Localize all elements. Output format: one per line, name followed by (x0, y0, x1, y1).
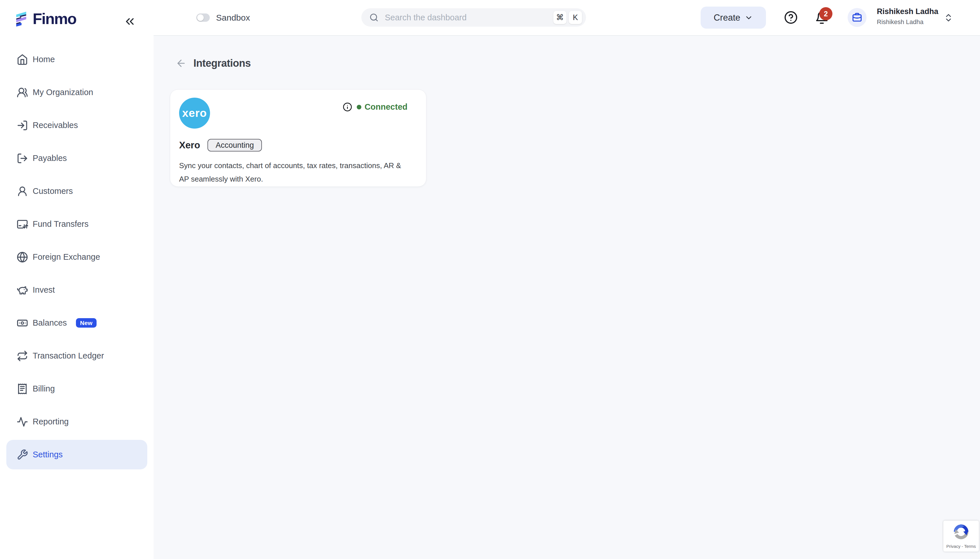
user-subtitle: Rishikesh Ladha (877, 18, 939, 26)
search-icon (369, 13, 378, 22)
k-keycap: K (569, 11, 582, 24)
sidebar-item-receivables[interactable]: Receivables (6, 111, 147, 140)
users-icon (17, 87, 28, 98)
sidebar-item-label: Balances (33, 318, 67, 327)
sidebar-item-label: Reporting (33, 417, 69, 427)
sidebar-item-settings[interactable]: Settings (6, 440, 147, 470)
sidebar-item-label: Invest (33, 285, 55, 295)
chevrons-up-down-icon (944, 10, 953, 25)
sidebar: Finmo Home My Organization Receivables P… (0, 0, 154, 559)
sidebar-item-reporting[interactable]: Reporting (6, 407, 147, 437)
wrench-icon (17, 449, 28, 460)
finmo-logo[interactable]: Finmo (15, 10, 76, 28)
sidebar-item-label: My Organization (33, 88, 93, 97)
xero-logo: xero (179, 98, 210, 129)
integration-status: Connected (343, 102, 408, 112)
chevron-down-icon (745, 13, 753, 22)
xero-integration-card[interactable]: xero Connected Xero Accounting Sync your… (170, 89, 426, 187)
receipt-icon (17, 383, 28, 395)
briefcase-icon (852, 12, 862, 23)
sandbox-toggle-group: Sandbox (196, 0, 250, 35)
search-bar: ⌘ K (361, 8, 586, 26)
integration-description: Sync your contacts, chart of accounts, t… (179, 159, 403, 186)
recaptcha-swirl-icon (952, 523, 970, 541)
repeat-icon (17, 350, 28, 362)
sidebar-item-customers[interactable]: Customers (6, 176, 147, 206)
sidebar-item-label: Customers (33, 187, 73, 196)
arrow-left-icon (176, 58, 187, 69)
user-menu-expander[interactable] (944, 10, 953, 25)
sidebar-item-label: Fund Transfers (33, 219, 88, 229)
brand-name: Finmo (33, 10, 76, 28)
sandbox-toggle[interactable] (196, 13, 210, 22)
new-badge: New (76, 318, 96, 327)
arrow-into-bracket-icon (17, 120, 28, 131)
sidebar-item-payables[interactable]: Payables (6, 144, 147, 173)
recaptcha-badge[interactable]: Privacy - Terms (944, 521, 979, 552)
arrow-out-of-bracket-icon (17, 153, 28, 164)
sidebar-item-balances[interactable]: Balances New (6, 308, 147, 337)
sidebar-item-label: Home (33, 55, 55, 64)
sandbox-label: Sandbox (216, 13, 250, 23)
sidebar-item-invest[interactable]: Invest (6, 275, 147, 305)
user-menu[interactable]: Rishikesh Ladha Rishikesh Ladha (877, 7, 939, 26)
notification-count-badge: 2 (819, 7, 832, 20)
xero-logo-text: xero (182, 107, 207, 119)
sidebar-item-label: Billing (33, 384, 55, 394)
help-circle-icon (784, 11, 798, 24)
page-title: Integrations (193, 57, 251, 69)
topbar: Sandbox ⌘ K Create 2 Rishikesh Ladha Ris… (154, 0, 980, 36)
help-button[interactable] (784, 11, 798, 24)
search-shortcut: ⌘ K (553, 11, 582, 24)
connected-status: Connected (357, 102, 408, 112)
status-dot-icon (357, 105, 361, 109)
sidebar-item-fund-transfers[interactable]: Fund Transfers (6, 209, 147, 239)
sidebar-item-transaction-ledger[interactable]: Transaction Ledger (6, 341, 147, 370)
sidebar-item-my-organization[interactable]: My Organization (6, 78, 147, 107)
sidebar-item-foreign-exchange[interactable]: Foreign Exchange (6, 242, 147, 272)
integration-name: Xero (179, 140, 200, 150)
create-button[interactable]: Create (701, 7, 766, 29)
category-tag: Accounting (207, 139, 262, 152)
card-transfer-arrows-icon (17, 218, 28, 230)
page-header: Integrations (176, 55, 251, 71)
finmo-ribbon-logo-icon (15, 10, 28, 27)
sidebar-item-label: Receivables (33, 121, 78, 130)
globe-icon (17, 251, 28, 263)
sidebar-item-home[interactable]: Home (6, 45, 147, 74)
activity-pulse-icon (17, 416, 28, 428)
main-content: Integrations xero Connected Xero Account… (154, 36, 980, 559)
sidebar-item-label: Transaction Ledger (33, 351, 104, 361)
home-icon (17, 54, 28, 65)
card-title-row: Xero Accounting (179, 139, 262, 152)
create-button-label: Create (713, 13, 740, 23)
sidebar-item-billing[interactable]: Billing (6, 374, 147, 404)
info-icon[interactable] (343, 102, 352, 112)
back-button[interactable] (176, 58, 187, 69)
user-name: Rishikesh Ladha (877, 7, 939, 17)
chevrons-left-icon (123, 15, 136, 28)
sidebar-item-label: Payables (33, 154, 67, 163)
notifications-button[interactable]: 2 (815, 11, 829, 25)
user-avatar[interactable] (847, 8, 867, 27)
sidebar-collapse-button[interactable] (123, 15, 136, 28)
command-keycap: ⌘ (553, 11, 567, 24)
toggle-knob (197, 14, 204, 21)
search-input[interactable] (385, 13, 547, 22)
status-label: Connected (365, 102, 408, 112)
piggy-bank-icon (17, 284, 28, 296)
sidebar-item-label: Foreign Exchange (33, 252, 100, 262)
sidebar-nav: Home My Organization Receivables Payable… (0, 45, 154, 473)
sidebar-item-label: Settings (33, 450, 63, 459)
banknote-icon (17, 317, 28, 329)
user-icon (17, 185, 28, 197)
recaptcha-privacy-terms[interactable]: Privacy - Terms (946, 544, 976, 549)
